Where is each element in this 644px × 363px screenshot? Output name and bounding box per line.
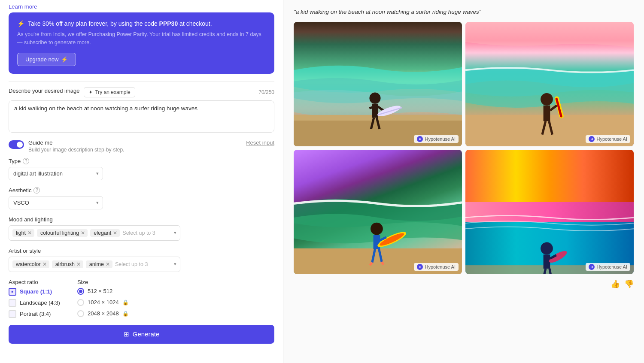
mood-tags-arrow: ▾ [174,230,176,236]
mood-tags-input[interactable]: light ✕ colourful lighting ✕ elegant ✕ S… [9,225,180,241]
image3-bg [294,150,462,274]
aspect-options: ■ Square (1:1) Landscape (4:3) Portrait … [9,288,60,318]
aesthetic-select[interactable]: VSCO Minimalist Vintage Neon Dreamy [9,196,103,209]
promo-description: As you're from India, we offer Purchasin… [17,30,266,47]
reset-input-link[interactable]: Reset input [246,139,274,146]
aesthetic-select-wrapper: VSCO Minimalist Vintage Neon Dreamy ▾ [9,196,103,209]
badge-text-1: Hypotenuse AI [425,136,456,142]
aesthetic-help-icon[interactable]: ? [33,187,40,194]
artist-tag-anime: anime ✕ [86,260,112,268]
type-field: Type ? digital art illustration photorea… [9,158,274,180]
mood-placeholder: Select up to 3 [122,230,155,236]
artist-placeholder: Select up to 3 [115,261,148,267]
svg-rect-12 [544,106,550,121]
guide-left: Guide me Build your image description st… [9,139,124,153]
svg-rect-18 [294,150,462,187]
size-2048[interactable]: 2048 × 2048 🔒 [77,310,129,317]
artist-tag-watercolor-remove[interactable]: ✕ [43,262,47,267]
aspect-square-box: ■ [9,288,16,296]
image-card-3: H Hypotenuse AI [294,150,462,274]
size-label: Size [77,279,129,285]
generate-icon: ⊞ [124,330,129,338]
svg-line-28 [382,262,383,265]
guide-row: Guide me Build your image description st… [9,139,274,153]
result-prompt: "a kid walking on the beach at noon watc… [294,9,634,15]
hypotenuse-badge-1: H Hypotenuse AI [414,135,459,143]
generate-label: Generate [133,330,160,338]
aspect-square[interactable]: ■ Square (1:1) [9,288,60,296]
type-help-icon[interactable]: ? [23,158,29,164]
artist-tag-airbrush-remove[interactable]: ✕ [76,262,81,267]
artist-tag-watercolor: watercolor ✕ [12,260,49,268]
size-512[interactable]: 512 × 512 [77,288,129,295]
aspect-landscape-box [9,299,16,307]
mood-tag-elegant: elegant ✕ [90,229,120,237]
h-logo-2: H [589,136,595,142]
thumbup-button[interactable]: 👍 [611,279,620,289]
describe-textarea[interactable]: a kid walking on the beach at noon watch… [9,100,274,133]
mood-tag-light-remove[interactable]: ✕ [27,230,32,236]
guide-title: Guide me [28,139,124,146]
artist-label: Artist or style [9,248,274,254]
badge-text-4: Hypotenuse AI [596,264,627,269]
aesthetic-field: Aesthetic ? VSCO Minimalist Vintage Neon… [9,187,274,209]
artist-field: Artist or style watercolor ✕ airbrush ✕ … [9,248,274,272]
upgrade-label: Upgrade now [25,56,58,63]
shuffle-icon: ✦ [88,89,93,95]
svg-point-2 [369,93,380,104]
guide-text: Guide me Build your image description st… [28,139,124,153]
promo-title-text: Take 30% off any plan forever, by using … [28,20,212,27]
type-select-wrapper: digital art illustration photorealistic … [9,167,103,180]
image2-bg [465,22,634,146]
upgrade-icon: ⚡ [61,56,68,63]
size-col: Size 512 × 512 1024 × 1024 🔒 2048 × 2048 [77,279,129,318]
svg-point-20 [371,223,383,235]
feedback-row: 👍 👎 [294,279,634,289]
svg-rect-31 [544,254,550,269]
learn-more-link[interactable]: Learn more [9,3,37,10]
badge-text-3: Hypotenuse AI [425,264,456,269]
h-logo-1: H [417,136,423,142]
svg-line-15 [550,106,557,111]
promo-banner: ⚡ Take 30% off any plan forever, by usin… [9,12,274,74]
lock-1024-icon: 🔒 [122,299,129,306]
h-logo-4: H [589,264,595,270]
mood-tag-colourful-remove[interactable]: ✕ [81,230,85,236]
learn-more-bar: Learn more [9,0,274,12]
artist-tag-anime-remove[interactable]: ✕ [106,262,110,267]
images-grid: H Hypotenuse AI [294,22,634,274]
divider-1 [9,82,274,82]
hypotenuse-badge-3: H Hypotenuse AI [414,263,459,271]
size-options: 512 × 512 1024 × 1024 🔒 2048 × 2048 🔒 [77,288,129,317]
lock-2048-icon: 🔒 [122,311,129,317]
char-count: 70/250 [258,89,274,95]
mood-tag-elegant-remove[interactable]: ✕ [113,230,117,236]
right-panel: "a kid walking on the beach at noon watc… [283,0,644,363]
image1-bg [294,22,462,146]
mood-field: Mood and lighting light ✕ colourful ligh… [9,216,274,241]
aspect-size-row: Aspect ratio ■ Square (1:1) Landscape (4… [9,279,274,318]
aspect-landscape[interactable]: Landscape (4:3) [9,299,60,307]
try-example-label: Try an example [95,89,130,95]
generate-button[interactable]: ⊞ Generate [9,325,274,344]
radio-1024 [77,299,84,306]
describe-label: Describe your desired image [9,88,79,94]
radio-512-inner [79,290,82,293]
artist-tags-input[interactable]: watercolor ✕ airbrush ✕ anime ✕ Select u… [9,257,180,272]
size-1024[interactable]: 1024 × 1024 🔒 [77,299,129,306]
describe-row: Describe your desired image ✦ Try an exa… [9,87,274,97]
aspect-portrait[interactable]: Portrait (3:4) [9,310,60,318]
try-example-button[interactable]: ✦ Try an example [84,87,135,97]
guide-subtitle: Build your image description step-by-ste… [28,147,124,153]
thumbdown-button[interactable]: 👎 [624,279,634,289]
aspect-portrait-box [9,310,16,318]
guide-toggle[interactable] [9,140,24,149]
promo-title: ⚡ Take 30% off any plan forever, by usin… [17,20,266,27]
radio-2048 [77,310,84,317]
mood-tag-light: light ✕ [12,229,34,237]
radio-512 [77,288,84,295]
type-select[interactable]: digital art illustration photorealistic … [9,167,103,180]
badge-text-2: Hypotenuse AI [596,136,627,142]
hypotenuse-badge-2: H Hypotenuse AI [586,135,630,143]
upgrade-now-button[interactable]: Upgrade now ⚡ [17,53,76,66]
